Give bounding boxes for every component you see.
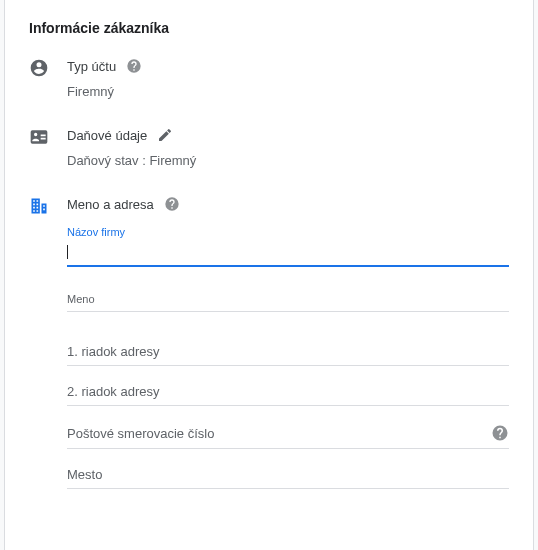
address-section: Meno a adresa Názov firmy Meno 1. riadok… <box>29 196 509 489</box>
id-card-icon <box>29 127 49 147</box>
address-label: Meno a adresa <box>67 197 154 212</box>
address-line2-field[interactable]: 2. riadok adresy <box>67 366 509 406</box>
help-icon[interactable] <box>126 58 142 74</box>
tax-status: Daňový stav : Firemný <box>67 153 509 168</box>
help-icon[interactable] <box>491 424 509 442</box>
account-type-section: Typ účtu Firemný <box>29 58 509 99</box>
text-cursor <box>67 245 68 259</box>
company-name-field[interactable]: Názov firmy <box>67 226 509 267</box>
tax-label: Daňové údaje <box>67 128 147 143</box>
tax-section: Daňové údaje Daňový stav : Firemný <box>29 127 509 168</box>
name-field[interactable]: Meno <box>67 289 509 312</box>
section-title: Informácie zákazníka <box>29 20 509 36</box>
customer-info-card: Informácie zákazníka Typ účtu Firemný Da… <box>4 0 534 550</box>
company-name-input[interactable] <box>67 240 509 267</box>
person-icon <box>29 58 49 78</box>
help-icon[interactable] <box>164 196 180 212</box>
account-type-label: Typ účtu <box>67 59 116 74</box>
postal-code-field[interactable]: Poštové smerovacie číslo <box>67 406 509 449</box>
account-type-value: Firemný <box>67 84 509 99</box>
company-name-label: Názov firmy <box>67 226 509 238</box>
pencil-icon[interactable] <box>157 127 173 143</box>
city-field[interactable]: Mesto <box>67 449 509 489</box>
address-line1-field[interactable]: 1. riadok adresy <box>67 326 509 366</box>
building-icon <box>29 196 49 216</box>
